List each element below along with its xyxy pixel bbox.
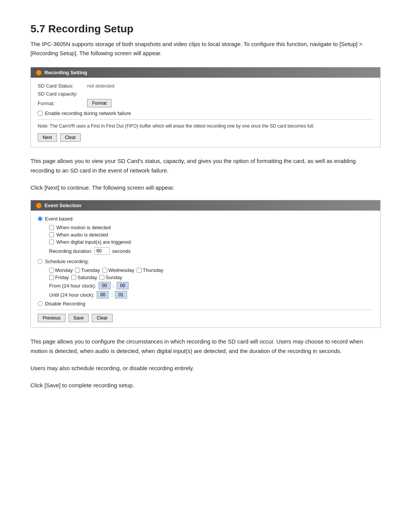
friday-checkbox[interactable] — [49, 275, 54, 280]
sunday-label: Sunday — [105, 275, 122, 280]
from-hour-input[interactable] — [99, 282, 111, 289]
sd-card-capacity-row: SD Card capacity: — [38, 91, 373, 97]
enable-checkbox-row: Enable recording during network failure — [38, 110, 373, 116]
duration-row: Recording duration: seconds — [49, 247, 373, 255]
from-separator: : — [113, 283, 115, 289]
disable-label: Disable Recording — [45, 301, 85, 307]
wednesday-checkbox[interactable] — [102, 268, 107, 273]
panel-divider — [38, 310, 373, 310]
from-minute-input[interactable] — [116, 282, 129, 289]
intro-text: The IPC-3605N supports storage of both s… — [30, 40, 381, 58]
motion-checkbox[interactable] — [49, 225, 54, 230]
days-row1: Monday Tuesday Wednesday Thursday — [49, 267, 373, 273]
monday-item: Monday — [49, 267, 73, 273]
thursday-checkbox[interactable] — [137, 268, 142, 273]
clear-button-recording[interactable]: Clear — [60, 133, 81, 142]
sd-card-status-label: SD Card Status: — [38, 83, 87, 89]
sd-card-status-row: SD Card Status: not detected — [38, 83, 373, 89]
click-save-text: Click [Save] to complete recording setup… — [30, 381, 381, 390]
page-title: 5.7 Recording Setup — [30, 23, 381, 35]
until-time-row: Until (24 hour clock): : — [49, 291, 373, 299]
friday-label: Friday — [55, 275, 69, 280]
note-text: Note: The CamVR uses a First In First Ou… — [38, 119, 373, 129]
recording-btn-row: Next Clear — [38, 133, 373, 142]
event-selection-title: Event Selection — [45, 203, 81, 208]
schedule-row: Schedule recording: — [38, 259, 373, 264]
schedule-label: Schedule recording: — [45, 259, 89, 264]
event-desc-text: This page allows you to configure the ci… — [30, 337, 381, 356]
event-btn-row: Previous Save Clear — [38, 314, 373, 322]
audio-check-row: When audio is detected — [49, 232, 373, 238]
event-selection-body: Event based: When motion is detected Whe… — [31, 211, 380, 328]
format-button[interactable]: Format — [87, 99, 112, 107]
monday-label: Monday — [55, 267, 73, 273]
format-row: Format: Format — [38, 99, 373, 107]
disable-radio[interactable] — [38, 301, 43, 306]
event-selection-header: Event Selection — [31, 200, 380, 211]
friday-item: Friday — [49, 275, 69, 280]
click-next-text: Click [Next] to continue. The following … — [30, 183, 381, 193]
previous-button[interactable]: Previous — [38, 314, 65, 322]
saturday-checkbox[interactable] — [71, 275, 76, 280]
event-options: When motion is detected When audio is de… — [49, 225, 373, 255]
until-label: Until (24 hour clock): — [49, 292, 94, 298]
thursday-item: Thursday — [137, 267, 163, 273]
recording-setting-header: Recording Setting — [31, 67, 380, 78]
tuesday-item: Tuesday — [75, 267, 100, 273]
motion-label: When motion is detected — [56, 225, 111, 230]
days-row2: Friday Saturday Sunday — [49, 275, 373, 280]
from-time-row: From (24 hour clock): : — [49, 282, 373, 289]
from-label: From (24 hour clock): — [49, 283, 96, 289]
until-hour-input[interactable] — [97, 291, 109, 299]
monday-checkbox[interactable] — [49, 268, 54, 273]
disable-row: Disable Recording — [38, 301, 373, 307]
digital-label: When digital input(s) are triggered — [56, 239, 131, 245]
wednesday-label: Wednesday — [108, 267, 134, 273]
format-label: Format: — [38, 101, 87, 106]
recording-setting-body: SD Card Status: not detected SD Card cap… — [31, 78, 380, 147]
tuesday-label: Tuesday — [81, 267, 100, 273]
audio-label: When audio is detected — [56, 232, 108, 238]
event-based-radio[interactable] — [38, 216, 43, 221]
motion-check-row: When motion is detected — [49, 225, 373, 230]
between-text: This page allows you to view your SD Car… — [30, 157, 381, 176]
sd-card-capacity-label: SD Card capacity: — [38, 91, 87, 97]
sd-card-status-value: not detected — [87, 83, 115, 89]
thursday-label: Thursday — [143, 267, 163, 273]
event-panel-icon — [36, 203, 41, 208]
event-based-row: Event based: — [38, 216, 373, 222]
next-button[interactable]: Next — [38, 133, 57, 142]
event-based-label: Event based: — [45, 216, 74, 222]
schedule-desc-text: Users may also schedule recording, or di… — [30, 364, 381, 373]
saturday-label: Saturday — [77, 275, 97, 280]
clear-button-event[interactable]: Clear — [92, 314, 113, 322]
duration-input[interactable] — [94, 247, 110, 255]
recording-setting-panel: Recording Setting SD Card Status: not de… — [30, 67, 381, 147]
duration-unit: seconds — [112, 248, 130, 254]
until-minute-input[interactable] — [115, 291, 127, 299]
digital-check-row: When digital input(s) are triggered — [49, 239, 373, 245]
schedule-radio[interactable] — [38, 259, 43, 264]
sunday-checkbox[interactable] — [99, 275, 104, 280]
digital-checkbox[interactable] — [49, 240, 54, 244]
panel-header-icon — [36, 70, 41, 75]
recording-setting-title: Recording Setting — [45, 70, 87, 75]
audio-checkbox[interactable] — [49, 232, 54, 237]
until-separator: : — [111, 292, 113, 298]
sunday-item: Sunday — [99, 275, 122, 280]
save-button[interactable]: Save — [68, 314, 89, 322]
enable-recording-checkbox[interactable] — [38, 111, 43, 116]
event-selection-panel: Event Selection Event based: When motion… — [30, 200, 381, 328]
schedule-options: Monday Tuesday Wednesday Thursday — [49, 267, 373, 299]
enable-recording-label: Enable recording during network failure — [45, 110, 131, 116]
saturday-item: Saturday — [71, 275, 97, 280]
wednesday-item: Wednesday — [102, 267, 134, 273]
tuesday-checkbox[interactable] — [75, 268, 80, 273]
duration-label: Recording duration: — [49, 248, 92, 254]
